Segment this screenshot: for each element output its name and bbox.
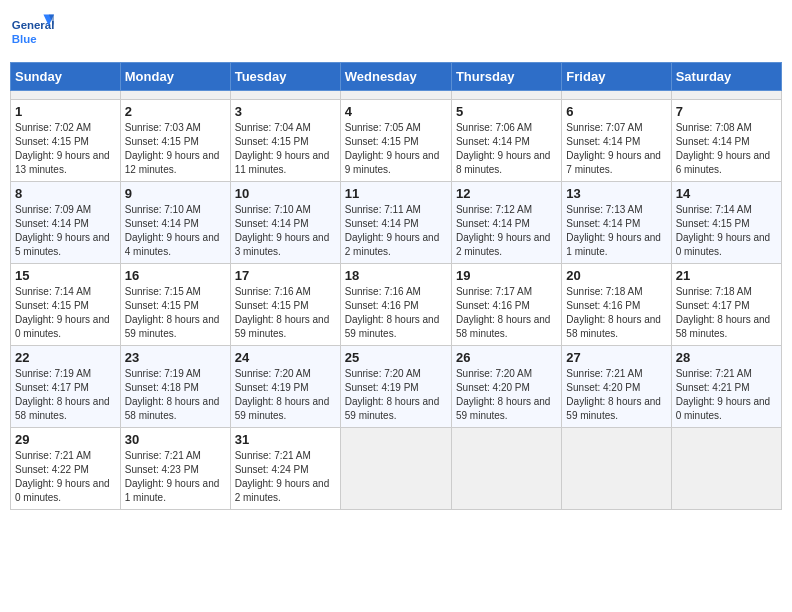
- sunrise-label: Sunrise: 7:18 AM: [566, 286, 642, 297]
- daylight-label: Daylight: 9 hours and 11 minutes.: [235, 150, 330, 175]
- day-number: 11: [345, 186, 447, 201]
- daylight-label: Daylight: 8 hours and 58 minutes.: [456, 314, 551, 339]
- day-of-week-header: Tuesday: [230, 63, 340, 91]
- day-info: Sunrise: 7:10 AM Sunset: 4:14 PM Dayligh…: [235, 203, 336, 259]
- calendar-day-cell: 26 Sunrise: 7:20 AM Sunset: 4:20 PM Dayl…: [451, 346, 561, 428]
- daylight-label: Daylight: 9 hours and 4 minutes.: [125, 232, 220, 257]
- sunset-label: Sunset: 4:15 PM: [235, 136, 309, 147]
- sunrise-label: Sunrise: 7:10 AM: [235, 204, 311, 215]
- calendar-day-cell: 30 Sunrise: 7:21 AM Sunset: 4:23 PM Dayl…: [120, 428, 230, 510]
- day-number: 4: [345, 104, 447, 119]
- day-number: 3: [235, 104, 336, 119]
- calendar-day-cell: 17 Sunrise: 7:16 AM Sunset: 4:15 PM Dayl…: [230, 264, 340, 346]
- sunrise-label: Sunrise: 7:16 AM: [345, 286, 421, 297]
- sunset-label: Sunset: 4:16 PM: [456, 300, 530, 311]
- day-number: 26: [456, 350, 557, 365]
- calendar-day-cell: 21 Sunrise: 7:18 AM Sunset: 4:17 PM Dayl…: [671, 264, 781, 346]
- sunset-label: Sunset: 4:18 PM: [125, 382, 199, 393]
- sunrise-label: Sunrise: 7:03 AM: [125, 122, 201, 133]
- daylight-label: Daylight: 9 hours and 9 minutes.: [345, 150, 440, 175]
- day-number: 7: [676, 104, 777, 119]
- day-info: Sunrise: 7:08 AM Sunset: 4:14 PM Dayligh…: [676, 121, 777, 177]
- calendar-day-cell: 15 Sunrise: 7:14 AM Sunset: 4:15 PM Dayl…: [11, 264, 121, 346]
- sunrise-label: Sunrise: 7:11 AM: [345, 204, 421, 215]
- day-info: Sunrise: 7:16 AM Sunset: 4:16 PM Dayligh…: [345, 285, 447, 341]
- daylight-label: Daylight: 8 hours and 59 minutes.: [566, 396, 661, 421]
- day-info: Sunrise: 7:02 AM Sunset: 4:15 PM Dayligh…: [15, 121, 116, 177]
- day-number: 29: [15, 432, 116, 447]
- day-of-week-header: Thursday: [451, 63, 561, 91]
- day-info: Sunrise: 7:14 AM Sunset: 4:15 PM Dayligh…: [676, 203, 777, 259]
- day-info: Sunrise: 7:21 AM Sunset: 4:22 PM Dayligh…: [15, 449, 116, 505]
- sunrise-label: Sunrise: 7:05 AM: [345, 122, 421, 133]
- day-number: 2: [125, 104, 226, 119]
- sunrise-label: Sunrise: 7:21 AM: [566, 368, 642, 379]
- sunrise-label: Sunrise: 7:16 AM: [235, 286, 311, 297]
- calendar-day-cell: 19 Sunrise: 7:17 AM Sunset: 4:16 PM Dayl…: [451, 264, 561, 346]
- day-number: 23: [125, 350, 226, 365]
- day-info: Sunrise: 7:11 AM Sunset: 4:14 PM Dayligh…: [345, 203, 447, 259]
- day-of-week-header: Wednesday: [340, 63, 451, 91]
- day-info: Sunrise: 7:06 AM Sunset: 4:14 PM Dayligh…: [456, 121, 557, 177]
- calendar-day-cell: 9 Sunrise: 7:10 AM Sunset: 4:14 PM Dayli…: [120, 182, 230, 264]
- calendar-day-cell: 29 Sunrise: 7:21 AM Sunset: 4:22 PM Dayl…: [11, 428, 121, 510]
- calendar-day-cell: 2 Sunrise: 7:03 AM Sunset: 4:15 PM Dayli…: [120, 100, 230, 182]
- calendar-day-cell: [562, 91, 671, 100]
- sunset-label: Sunset: 4:14 PM: [566, 218, 640, 229]
- daylight-label: Daylight: 9 hours and 0 minutes.: [676, 232, 771, 257]
- day-number: 14: [676, 186, 777, 201]
- calendar-week-row: 1 Sunrise: 7:02 AM Sunset: 4:15 PM Dayli…: [11, 100, 782, 182]
- daylight-label: Daylight: 9 hours and 5 minutes.: [15, 232, 110, 257]
- sunrise-label: Sunrise: 7:21 AM: [15, 450, 91, 461]
- day-info: Sunrise: 7:21 AM Sunset: 4:21 PM Dayligh…: [676, 367, 777, 423]
- calendar-day-cell: 14 Sunrise: 7:14 AM Sunset: 4:15 PM Dayl…: [671, 182, 781, 264]
- calendar-day-cell: 24 Sunrise: 7:20 AM Sunset: 4:19 PM Dayl…: [230, 346, 340, 428]
- daylight-label: Daylight: 8 hours and 59 minutes.: [456, 396, 551, 421]
- sunset-label: Sunset: 4:22 PM: [15, 464, 89, 475]
- svg-text:Blue: Blue: [12, 33, 37, 45]
- sunset-label: Sunset: 4:15 PM: [15, 136, 89, 147]
- daylight-label: Daylight: 9 hours and 7 minutes.: [566, 150, 661, 175]
- day-of-week-header: Saturday: [671, 63, 781, 91]
- sunrise-label: Sunrise: 7:18 AM: [676, 286, 752, 297]
- day-info: Sunrise: 7:18 AM Sunset: 4:16 PM Dayligh…: [566, 285, 666, 341]
- sunrise-label: Sunrise: 7:19 AM: [15, 368, 91, 379]
- sunrise-label: Sunrise: 7:07 AM: [566, 122, 642, 133]
- sunset-label: Sunset: 4:20 PM: [566, 382, 640, 393]
- day-info: Sunrise: 7:07 AM Sunset: 4:14 PM Dayligh…: [566, 121, 666, 177]
- day-of-week-header: Friday: [562, 63, 671, 91]
- day-info: Sunrise: 7:05 AM Sunset: 4:15 PM Dayligh…: [345, 121, 447, 177]
- day-number: 31: [235, 432, 336, 447]
- sunrise-label: Sunrise: 7:20 AM: [345, 368, 421, 379]
- sunrise-label: Sunrise: 7:14 AM: [15, 286, 91, 297]
- daylight-label: Daylight: 9 hours and 1 minute.: [125, 478, 220, 503]
- day-number: 16: [125, 268, 226, 283]
- sunset-label: Sunset: 4:15 PM: [345, 136, 419, 147]
- sunset-label: Sunset: 4:15 PM: [125, 300, 199, 311]
- day-number: 5: [456, 104, 557, 119]
- sunset-label: Sunset: 4:19 PM: [345, 382, 419, 393]
- sunset-label: Sunset: 4:14 PM: [345, 218, 419, 229]
- day-info: Sunrise: 7:20 AM Sunset: 4:19 PM Dayligh…: [345, 367, 447, 423]
- calendar-week-row: 8 Sunrise: 7:09 AM Sunset: 4:14 PM Dayli…: [11, 182, 782, 264]
- calendar-day-cell: 12 Sunrise: 7:12 AM Sunset: 4:14 PM Dayl…: [451, 182, 561, 264]
- day-number: 18: [345, 268, 447, 283]
- day-info: Sunrise: 7:13 AM Sunset: 4:14 PM Dayligh…: [566, 203, 666, 259]
- sunset-label: Sunset: 4:16 PM: [566, 300, 640, 311]
- sunset-label: Sunset: 4:15 PM: [676, 218, 750, 229]
- sunset-label: Sunset: 4:14 PM: [456, 218, 530, 229]
- sunset-label: Sunset: 4:15 PM: [15, 300, 89, 311]
- calendar-day-cell: 6 Sunrise: 7:07 AM Sunset: 4:14 PM Dayli…: [562, 100, 671, 182]
- calendar-day-cell: [671, 428, 781, 510]
- daylight-label: Daylight: 9 hours and 0 minutes.: [676, 396, 771, 421]
- day-number: 1: [15, 104, 116, 119]
- daylight-label: Daylight: 8 hours and 58 minutes.: [125, 396, 220, 421]
- day-number: 12: [456, 186, 557, 201]
- sunset-label: Sunset: 4:14 PM: [125, 218, 199, 229]
- day-info: Sunrise: 7:20 AM Sunset: 4:20 PM Dayligh…: [456, 367, 557, 423]
- day-info: Sunrise: 7:16 AM Sunset: 4:15 PM Dayligh…: [235, 285, 336, 341]
- calendar-day-cell: 11 Sunrise: 7:11 AM Sunset: 4:14 PM Dayl…: [340, 182, 451, 264]
- day-number: 24: [235, 350, 336, 365]
- calendar-day-cell: [340, 428, 451, 510]
- sunset-label: Sunset: 4:15 PM: [235, 300, 309, 311]
